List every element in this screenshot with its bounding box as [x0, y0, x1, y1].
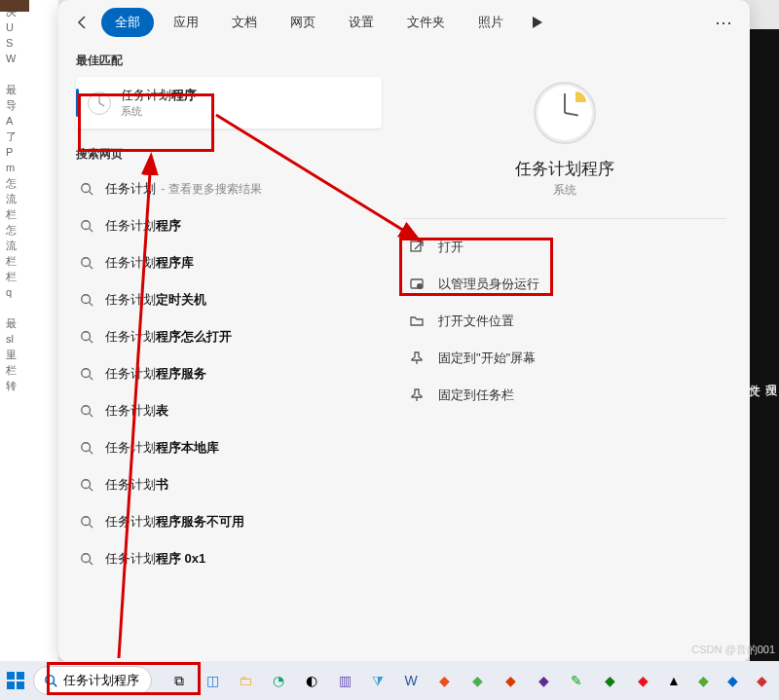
svg-line-21 — [90, 562, 93, 566]
svg-line-9 — [90, 340, 93, 344]
action-open-location[interactable]: 打开文件位置 — [403, 303, 726, 340]
tray-icon[interactable]: ▲ — [662, 669, 686, 692]
svg-line-11 — [90, 377, 93, 381]
best-match-heading: 最佳匹配 — [76, 53, 388, 69]
svg-point-2 — [82, 221, 91, 230]
web-result[interactable]: 任务计划程序服务不可用 — [76, 503, 388, 540]
tab-docs[interactable]: 文档 — [218, 8, 271, 37]
svg-point-18 — [82, 517, 91, 526]
svg-rect-25 — [7, 672, 15, 680]
web-result[interactable]: 任务计划定时关机 — [76, 281, 388, 318]
widgets-icon[interactable]: ◫ — [201, 669, 224, 692]
preview-title: 任务计划程序 — [515, 158, 614, 180]
app-icon[interactable]: ◆ — [432, 669, 456, 692]
svg-line-17 — [90, 488, 93, 492]
svg-point-20 — [82, 554, 91, 563]
tab-apps[interactable]: 应用 — [160, 8, 212, 37]
best-match-title: 任务计划程序 — [121, 87, 197, 104]
app-icon[interactable]: ◆ — [532, 669, 555, 692]
search-header: 全部 应用 文档 网页 设置 文件夹 照片 ⋯ — [58, 0, 750, 45]
taskbar-search[interactable]: 任务计划程序 — [33, 666, 152, 695]
chrome-icon[interactable]: ◐ — [300, 669, 323, 692]
word-icon[interactable]: W — [399, 669, 423, 692]
action-label: 打开文件位置 — [438, 313, 514, 330]
app-icon[interactable]: ◆ — [598, 669, 621, 692]
svg-point-0 — [82, 184, 91, 193]
back-button[interactable] — [70, 10, 95, 35]
system-tray[interactable]: ▲ ◆ ◆ ◆ — [662, 669, 773, 692]
web-result[interactable]: 任务计划程序 0x1 — [76, 540, 388, 577]
app-icon[interactable]: ◆ — [499, 669, 522, 692]
app-icon[interactable]: ✎ — [565, 669, 588, 692]
pin-start-icon — [409, 350, 425, 366]
taskbar-pinned: ⧉ ◫ 🗀 ◔ ◐ ▥ ⧩ W ◆ ◆ ◆ ◆ ✎ ◆ ◆ — [167, 669, 654, 692]
svg-point-16 — [82, 480, 91, 489]
best-match-item[interactable]: 任务计划程序 系统 — [76, 77, 382, 129]
web-result[interactable]: 任务计划程序服务 — [76, 355, 388, 392]
start-search-panel: 全部 应用 文档 网页 设置 文件夹 照片 ⋯ 最佳匹配 任务计划程序 系统 搜… — [58, 0, 750, 662]
action-label: 打开 — [438, 239, 464, 256]
action-label: 以管理员身份运行 — [438, 276, 539, 293]
pin-taskbar-icon — [409, 387, 425, 403]
app-icon[interactable]: ◆ — [465, 669, 489, 692]
tray-icon[interactable]: ◆ — [750, 669, 773, 692]
tab-photos[interactable]: 照片 — [464, 8, 517, 37]
web-result[interactable]: 任务计划程序怎么打开 — [76, 318, 388, 355]
taskbar: 任务计划程序 ⧉ ◫ 🗀 ◔ ◐ ▥ ⧩ W ◆ ◆ ◆ ◆ ✎ ◆ ◆ ▲ ◆… — [0, 661, 779, 700]
svg-point-10 — [82, 369, 91, 378]
tab-all[interactable]: 全部 — [101, 8, 154, 37]
action-run-as-admin[interactable]: 以管理员身份运行 — [403, 266, 726, 303]
svg-point-24 — [417, 283, 423, 289]
svg-line-7 — [90, 303, 93, 307]
start-button[interactable] — [6, 667, 25, 694]
svg-line-19 — [90, 525, 93, 529]
web-result[interactable]: 任务计划程序库 — [76, 244, 388, 281]
app-icon[interactable]: ◆ — [631, 669, 654, 692]
tab-web[interactable]: 网页 — [277, 8, 329, 37]
folder-icon — [409, 313, 425, 329]
web-results-list: 任务计划 - 查看更多搜索结果 任务计划程序 任务计划程序库 任务计划定时关机 … — [76, 170, 388, 577]
background-page-left: 决USW 最导A了 Pm怎流 栏怎流栏 栏q 最sl里栏转 — [0, 0, 58, 662]
divider — [403, 218, 726, 219]
web-result[interactable]: 任务计划程序本地库 — [76, 429, 388, 466]
tray-icon[interactable]: ◆ — [721, 669, 744, 692]
admin-icon — [409, 276, 425, 292]
web-result[interactable]: 任务计划表 — [76, 392, 388, 429]
svg-point-14 — [82, 443, 91, 452]
web-result[interactable]: 任务计划 - 查看更多搜索结果 — [76, 170, 388, 207]
watermark: CSDN @音的001 — [691, 643, 775, 657]
action-pin-taskbar[interactable]: 固定到任务栏 — [403, 377, 726, 414]
action-pin-start[interactable]: 固定到"开始"屏幕 — [403, 340, 726, 377]
svg-line-15 — [90, 451, 93, 455]
explorer-icon[interactable]: 🗀 — [234, 669, 257, 692]
svg-rect-22 — [411, 241, 421, 251]
task-scheduler-large-icon — [534, 82, 596, 144]
svg-rect-28 — [17, 682, 24, 689]
edge-icon[interactable]: ◔ — [267, 669, 290, 692]
preview-actions: 打开 以管理员身份运行 打开文件位置 固定到"开始"屏幕 固定到任务栏 — [403, 229, 726, 414]
task-view-icon[interactable]: ⧉ — [167, 669, 191, 692]
preview-subtitle: 系统 — [553, 182, 576, 199]
notepad-icon[interactable]: ▥ — [333, 669, 356, 692]
svg-point-4 — [82, 258, 91, 267]
web-result[interactable]: 任务计划书 — [76, 466, 388, 503]
tray-icon[interactable]: ◆ — [691, 669, 715, 692]
svg-point-12 — [82, 406, 91, 415]
web-heading: 搜索网页 — [76, 146, 388, 163]
background-page-right: 理员文件打开除任 — [750, 29, 779, 662]
vscode-icon[interactable]: ⧩ — [366, 669, 390, 692]
svg-line-13 — [90, 414, 93, 418]
tab-settings[interactable]: 设置 — [335, 8, 388, 37]
play-button[interactable] — [523, 8, 552, 37]
web-result[interactable]: 任务计划程序 — [76, 207, 388, 244]
more-button[interactable]: ⋯ — [709, 8, 738, 37]
svg-point-8 — [82, 332, 91, 341]
best-match-subtitle: 系统 — [121, 104, 197, 119]
results-column: 最佳匹配 任务计划程序 系统 搜索网页 任务计划 - 查看更多搜索结果 任务计划… — [58, 45, 388, 662]
svg-point-29 — [46, 676, 55, 684]
svg-point-6 — [82, 295, 91, 304]
action-open[interactable]: 打开 — [403, 229, 726, 266]
svg-line-1 — [90, 192, 93, 196]
action-label: 固定到任务栏 — [438, 387, 514, 404]
tab-folders[interactable]: 文件夹 — [393, 8, 459, 37]
